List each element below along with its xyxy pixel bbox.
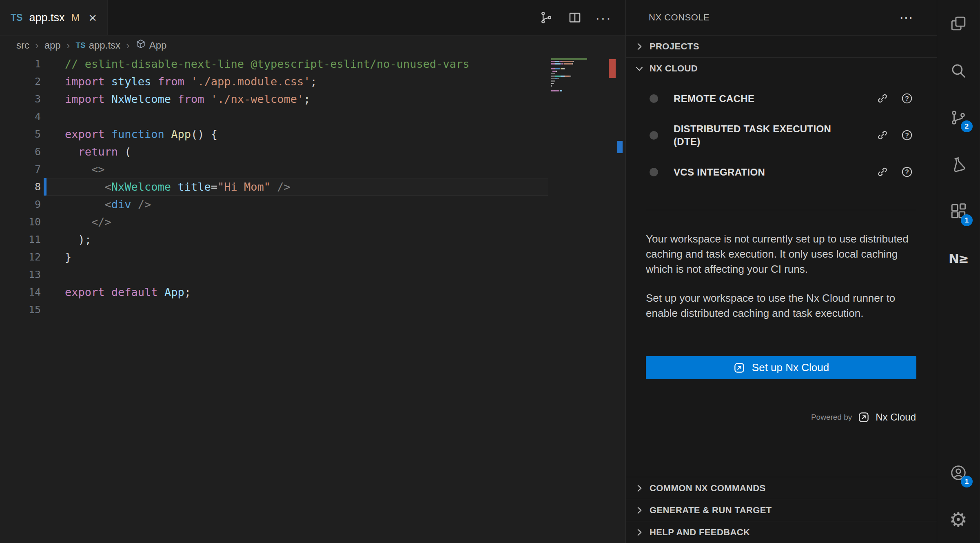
modified-gutter-marker xyxy=(41,301,47,318)
connect-icon[interactable] xyxy=(876,92,889,105)
modified-gutter-marker xyxy=(41,160,47,178)
tab-app-tsx[interactable]: TS app.tsx M × xyxy=(0,0,108,35)
modified-gutter-marker xyxy=(41,90,47,108)
testing-icon[interactable] xyxy=(937,141,980,188)
vscode-window: TS app.tsx M × ··· xyxy=(0,0,980,543)
chevron-right-icon xyxy=(634,41,645,52)
modified-badge: M xyxy=(71,12,80,24)
editor-toolbar: ··· xyxy=(538,0,625,35)
code-line[interactable]: 4 xyxy=(0,108,625,125)
line-number: 15 xyxy=(0,304,41,316)
split-editor-icon[interactable] xyxy=(567,9,583,26)
modified-gutter-marker xyxy=(41,143,47,160)
chevron-right-icon xyxy=(634,483,645,494)
nx-cloud-logo-icon xyxy=(733,362,745,374)
search-icon[interactable] xyxy=(937,47,980,94)
breadcrumb-label: src xyxy=(16,40,29,51)
code-line[interactable]: 15 xyxy=(0,301,625,318)
nx-cloud-feature[interactable]: REMOTE CACHE ? xyxy=(626,80,937,117)
modified-gutter-marker xyxy=(41,266,47,283)
code-text: } xyxy=(65,251,71,263)
editor-area: TS app.tsx M × ··· xyxy=(0,0,626,543)
section-nx-cloud[interactable]: NX CLOUD xyxy=(626,57,937,79)
section-common-nx-commands[interactable]: COMMON NX COMMANDS xyxy=(626,477,937,499)
section-generate-run-target[interactable]: GENERATE & RUN TARGET xyxy=(626,499,937,521)
tab-bar: TS app.tsx M × ··· xyxy=(0,0,625,36)
code-line[interactable]: 13 xyxy=(0,266,625,283)
explorer-icon[interactable] xyxy=(937,0,980,47)
code-line[interactable]: 6 return ( xyxy=(0,143,625,160)
nx-cloud-content: REMOTE CACHE ? DISTRIBUTED TASK EXECUTIO… xyxy=(626,79,937,543)
code-line[interactable]: 7 <> xyxy=(0,160,625,178)
nx-cloud-feature[interactable]: VCS INTEGRATION ? xyxy=(626,154,937,190)
code-line[interactable]: 11 ); xyxy=(0,231,625,248)
section-label: NX CLOUD xyxy=(650,63,698,74)
svg-text:?: ? xyxy=(905,95,909,102)
code-text: export function App() { xyxy=(65,128,217,140)
connect-icon[interactable] xyxy=(876,166,889,178)
modified-gutter-marker xyxy=(41,231,47,248)
code-line[interactable]: 14export default App; xyxy=(0,283,625,301)
nx-cloud-feature[interactable]: DISTRIBUTED TASK EXECUTION (DTE) ? xyxy=(626,117,937,154)
section-label: PROJECTS xyxy=(650,41,699,52)
code-text: return ( xyxy=(65,145,131,158)
more-actions-icon[interactable]: ··· xyxy=(595,9,612,26)
breadcrumb-label: app xyxy=(44,40,61,51)
source-control-icon[interactable]: 2 xyxy=(937,94,980,141)
code-line[interactable]: 8 <NxWelcome title="Hi Mom" /> xyxy=(0,178,625,196)
line-number: 10 xyxy=(0,216,41,228)
setup-nx-cloud-button[interactable]: Set up Nx Cloud xyxy=(646,356,916,379)
code-line[interactable]: 12} xyxy=(0,248,625,266)
feature-label: VCS INTEGRATION xyxy=(674,166,765,178)
section-help-and-feedback[interactable]: HELP AND FEEDBACK xyxy=(626,521,937,543)
modified-gutter-marker xyxy=(41,283,47,301)
code-text: // eslint-disable-next-line @typescript-… xyxy=(65,58,470,70)
breadcrumb-item-file[interactable]: TS app.tsx xyxy=(75,40,120,51)
modified-gutter-marker xyxy=(41,125,47,143)
connect-icon[interactable] xyxy=(876,129,889,141)
breadcrumb-item-src[interactable]: src xyxy=(16,40,29,51)
line-number: 13 xyxy=(0,269,41,280)
help-icon[interactable]: ? xyxy=(901,92,913,105)
minimap-decoration xyxy=(609,59,616,78)
code-line[interactable]: 9 <div /> xyxy=(0,196,625,213)
line-number: 7 xyxy=(0,163,41,175)
typescript-file-icon: TS xyxy=(75,41,85,50)
accounts-icon[interactable]: 1 xyxy=(937,449,980,496)
code-line[interactable]: 2import styles from './app.module.css'; xyxy=(0,73,625,90)
close-tab-icon[interactable]: × xyxy=(89,11,97,24)
divider xyxy=(646,210,916,210)
settings-gear-icon[interactable]: ⚙ xyxy=(937,496,980,543)
code-text: export default App; xyxy=(65,286,191,298)
section-label: GENERATE & RUN TARGET xyxy=(650,505,772,516)
chevron-right-icon xyxy=(634,505,645,516)
code-line[interactable]: 1// eslint-disable-next-line @typescript… xyxy=(0,55,625,73)
help-icon[interactable]: ? xyxy=(901,166,913,178)
breadcrumb-item-symbol-app[interactable]: App xyxy=(135,39,167,52)
breadcrumb: src › app › TS app.tsx › App xyxy=(0,36,625,55)
source-control-badge: 2 xyxy=(961,120,973,132)
extensions-icon[interactable]: 1 xyxy=(937,188,980,235)
code-editor[interactable]: 1// eslint-disable-next-line @typescript… xyxy=(0,55,625,543)
code-text: import styles from './app.module.css'; xyxy=(65,75,317,88)
chevron-down-icon xyxy=(634,63,645,74)
breadcrumb-item-app[interactable]: app xyxy=(44,40,61,51)
code-line[interactable]: 5export function App() { xyxy=(0,125,625,143)
setup-button-label: Set up Nx Cloud xyxy=(752,361,829,374)
breadcrumb-label: app.tsx xyxy=(89,40,120,51)
feature-label: REMOTE CACHE xyxy=(674,92,754,105)
extensions-badge: 1 xyxy=(961,214,973,226)
modified-gutter-marker xyxy=(41,73,47,90)
line-number: 6 xyxy=(0,146,41,158)
nx-console-icon[interactable]: N≥ xyxy=(937,235,980,282)
nx-cloud-description-1: Your workspace is not currently set up t… xyxy=(646,231,916,277)
section-projects[interactable]: PROJECTS xyxy=(626,35,937,57)
minimap[interactable] xyxy=(551,58,613,95)
code-line[interactable]: 10 </> xyxy=(0,213,625,231)
code-line[interactable]: 3import NxWelcome from './nx-welcome'; xyxy=(0,90,625,108)
status-dot-icon xyxy=(650,131,658,140)
help-icon[interactable]: ? xyxy=(901,129,913,141)
source-control-graph-icon[interactable] xyxy=(538,9,554,26)
code-text: <div /> xyxy=(65,198,151,211)
panel-more-actions-icon[interactable]: ⋯ xyxy=(899,9,914,26)
